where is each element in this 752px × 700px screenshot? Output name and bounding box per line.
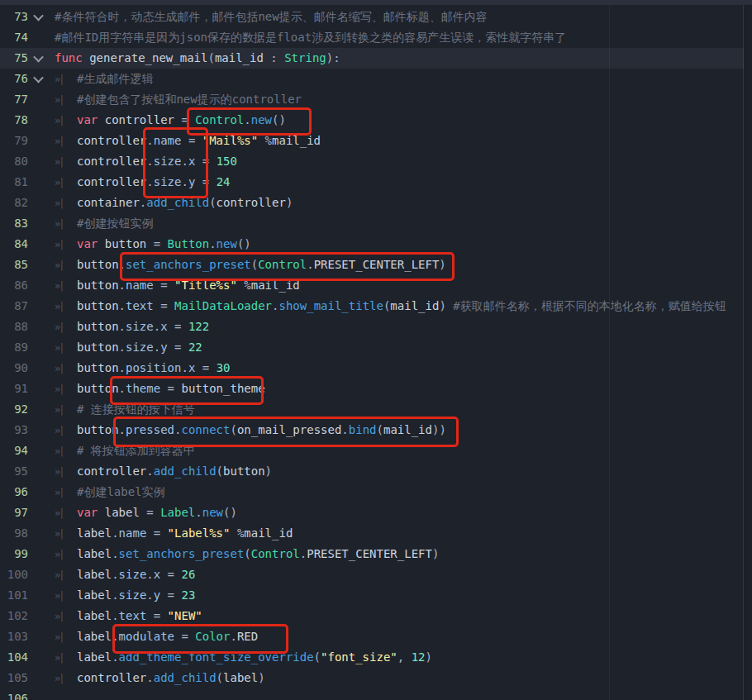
line-number[interactable]: 77	[0, 89, 28, 110]
code-line-99[interactable]: 99»|label.set_anchors_preset(Control.PRE…	[0, 544, 752, 564]
line-number[interactable]: 106	[0, 688, 28, 700]
code-line-84[interactable]: 84»|var button = Button.new()	[0, 234, 752, 255]
code-line-82[interactable]: 82»|container.add_child(controller)	[0, 193, 752, 213]
code-text: »|label.size.y = 23	[48, 585, 752, 606]
code-line-86[interactable]: 86»|button.name = "Title%s" %mail_id	[0, 275, 752, 296]
code-line-76[interactable]: 76»|#生成邮件逻辑	[0, 69, 752, 89]
fold-chevron-icon[interactable]	[28, 48, 48, 69]
tab-indent-marker: »|	[55, 152, 77, 172]
line-number[interactable]: 83	[0, 213, 28, 234]
code-line-73[interactable]: 73#条件符合时，动态生成邮件，邮件包括new提示、邮件名缩写、邮件标题、邮件内…	[0, 7, 752, 27]
line-number[interactable]: 78	[0, 110, 28, 131]
line-number[interactable]: 92	[0, 399, 28, 420]
code-line-81[interactable]: 81»|controller.size.y = 24	[0, 172, 752, 193]
code-line-80[interactable]: 80»|controller.size.x = 150	[0, 151, 752, 172]
code-line-94[interactable]: 94»|# 将按钮添加到容器中	[0, 440, 752, 461]
line-number[interactable]: 88	[0, 317, 28, 337]
line-number[interactable]: 98	[0, 523, 28, 544]
tab-indent-marker: »|	[55, 627, 77, 647]
line-number[interactable]: 95	[0, 461, 28, 482]
line-number[interactable]: 91	[0, 379, 28, 399]
line-number[interactable]: 86	[0, 275, 28, 296]
line-number[interactable]: 101	[0, 585, 28, 606]
code-text: »|#创建按钮实例	[48, 213, 752, 234]
line-number[interactable]: 79	[0, 131, 28, 151]
code-line-88[interactable]: 88»|button.size.x = 122	[0, 317, 752, 337]
code-text: »|#生成邮件逻辑	[48, 69, 752, 89]
tab-indent-marker: »|	[55, 586, 77, 606]
tab-indent-marker: »|	[55, 214, 77, 234]
code-line-97[interactable]: 97»|var label = Label.new()	[0, 502, 752, 523]
fold-spacer	[28, 564, 48, 585]
fold-spacer	[28, 379, 48, 399]
fold-spacer	[28, 440, 48, 461]
line-number[interactable]: 74	[0, 27, 28, 48]
fold-spacer	[28, 688, 48, 700]
tab-indent-marker: »|	[55, 111, 77, 131]
line-number[interactable]: 89	[0, 337, 28, 358]
line-number[interactable]: 90	[0, 358, 28, 379]
line-number[interactable]: 93	[0, 420, 28, 440]
code-line-91[interactable]: 91»|button.theme = button_theme	[0, 379, 752, 399]
tab-indent-marker: »|	[55, 297, 77, 317]
code-line-95[interactable]: 95»|controller.add_child(button)	[0, 461, 752, 482]
tab-indent-marker: »|	[55, 524, 77, 544]
code-line-89[interactable]: 89»|button.size.y = 22	[0, 337, 752, 358]
code-line-79[interactable]: 79»|controller.name = "Mail%s" %mail_id	[0, 131, 752, 151]
line-number[interactable]: 96	[0, 482, 28, 502]
code-line-102[interactable]: 102»|label.text = "NEW"	[0, 606, 752, 626]
line-number[interactable]: 87	[0, 296, 28, 317]
line-number[interactable]: 97	[0, 502, 28, 523]
line-number[interactable]: 105	[0, 668, 28, 688]
fold-spacer	[28, 337, 48, 358]
code-line-101[interactable]: 101»|label.size.y = 23	[0, 585, 752, 606]
code-line-103[interactable]: 103»|label.modulate = Color.RED	[0, 626, 752, 647]
code-text: »|button.position.x = 30	[48, 358, 752, 379]
line-number[interactable]: 104	[0, 647, 28, 668]
code-line-98[interactable]: 98»|label.name = "Label%s" %mail_id	[0, 523, 752, 544]
code-text: »|var button = Button.new()	[48, 234, 752, 255]
line-number[interactable]: 84	[0, 234, 28, 255]
line-number[interactable]: 73	[0, 7, 28, 27]
code-line-105[interactable]: 105»|controller.add_child(label)	[0, 668, 752, 688]
line-number[interactable]: 102	[0, 606, 28, 626]
code-line-100[interactable]: 100»|label.size.x = 26	[0, 564, 752, 585]
code-line-87[interactable]: 87»|button.text = MailDataLoader.show_ma…	[0, 296, 752, 317]
code-line-75[interactable]: 75func generate_new_mail(mail_id : Strin…	[0, 48, 752, 69]
fold-chevron-icon[interactable]	[28, 7, 48, 27]
line-number[interactable]: 103	[0, 626, 28, 647]
fold-chevron-icon[interactable]	[28, 69, 48, 89]
code-text: »|var label = Label.new()	[48, 502, 752, 523]
code-line-83[interactable]: 83»|#创建按钮实例	[0, 213, 752, 234]
editor-top-border	[0, 0, 752, 5]
line-number[interactable]: 82	[0, 193, 28, 213]
tab-indent-marker: »|	[55, 359, 77, 379]
code-line-77[interactable]: 77»|#创建包含了按钮和new提示的controller	[0, 89, 752, 110]
line-number[interactable]: 80	[0, 151, 28, 172]
line-number[interactable]: 99	[0, 544, 28, 564]
line-number[interactable]: 76	[0, 69, 28, 89]
fold-spacer	[28, 461, 48, 482]
code-line-74[interactable]: 74#邮件ID用字符串是因为json保存的数据是float涉及到转换之类的容易产…	[0, 27, 752, 48]
code-line-106[interactable]: 106	[0, 688, 752, 700]
code-line-96[interactable]: 96»|#创建label实例	[0, 482, 752, 502]
line-number[interactable]: 100	[0, 564, 28, 585]
code-text: »|#创建label实例	[48, 482, 752, 502]
line-number[interactable]: 81	[0, 172, 28, 193]
code-text: »|#创建包含了按钮和new提示的controller	[48, 89, 752, 110]
fold-spacer	[28, 317, 48, 337]
code-editor[interactable]: 73#条件符合时，动态生成邮件，邮件包括new提示、邮件名缩写、邮件标题、邮件内…	[0, 7, 752, 700]
code-line-93[interactable]: 93»|button.pressed.connect(on_mail_press…	[0, 420, 752, 440]
code-line-85[interactable]: 85»|button.set_anchors_preset(Control.PR…	[0, 255, 752, 275]
fold-spacer	[28, 234, 48, 255]
code-text: »|label.name = "Label%s" %mail_id	[48, 523, 752, 544]
line-number[interactable]: 75	[0, 48, 28, 69]
code-line-92[interactable]: 92»|# 连接按钮的按下信号	[0, 399, 752, 420]
code-line-78[interactable]: 78»|var controller = Control.new()	[0, 110, 752, 131]
fold-spacer	[28, 296, 48, 317]
line-number[interactable]: 94	[0, 440, 28, 461]
code-line-90[interactable]: 90»|button.position.x = 30	[0, 358, 752, 379]
code-line-104[interactable]: 104»|label.add_theme_font_size_override(…	[0, 647, 752, 668]
line-number[interactable]: 85	[0, 255, 28, 275]
code-text: »|# 将按钮添加到容器中	[48, 440, 752, 461]
